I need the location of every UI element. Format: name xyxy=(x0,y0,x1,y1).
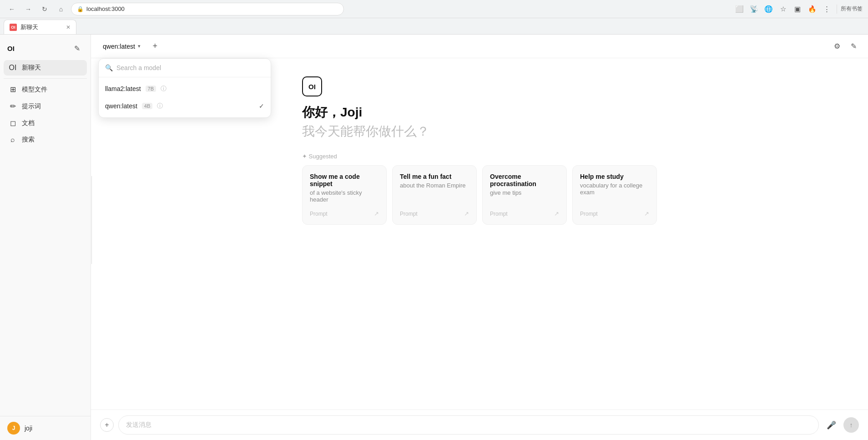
prompt-label-3: Prompt xyxy=(580,211,598,217)
info-icon-qwen[interactable]: ⓘ xyxy=(157,102,163,110)
search-icon: 🔍 xyxy=(105,64,113,71)
sidebar-header: OI ✎ xyxy=(0,35,91,58)
address-bar[interactable]: 🔒 localhost:3000 xyxy=(71,3,344,15)
model-item-size-qwen: 4B xyxy=(142,103,152,109)
model-list: llama2:latest 7B ⓘ qwen:latest 4B ⓘ ✓ xyxy=(99,77,271,117)
sidebar-item-search[interactable]: ⌕ 搜索 xyxy=(4,132,87,147)
sidebar-item-home[interactable]: OI 新聊天 xyxy=(4,60,87,76)
suggestion-subtitle-0: of a website's sticky header xyxy=(310,189,379,203)
cast-icon[interactable]: 📡 xyxy=(747,3,760,15)
arrow-icon-1: ↗ xyxy=(464,210,469,217)
suggestion-title-0: Show me a code snippet xyxy=(310,173,379,187)
browser-chrome: ← → ↻ ⌂ 🔒 localhost:3000 ⬜ 📡 🌐 ☆ ▣ 🔥 ⋮ 所… xyxy=(0,0,868,18)
model-selector-name: qwen:latest xyxy=(103,43,135,50)
forward-button[interactable]: → xyxy=(22,3,35,15)
app-container: OI ✎ OI 新聊天 ⊞ 模型文件 ✏ 提示词 ◻ 文档 ⌕ 搜索 xyxy=(0,35,868,440)
lock-icon: 🔒 xyxy=(77,6,84,12)
suggestion-card-0[interactable]: Show me a code snippet of a website's st… xyxy=(302,165,387,225)
model-item-name-qwen: qwen:latest xyxy=(105,102,137,110)
tab-title: 新聊天 xyxy=(20,23,38,31)
suggestion-subtitle-2: give me tips xyxy=(490,189,559,203)
sidebar-item-label-docs: 文档 xyxy=(22,119,35,127)
suggestion-card-1[interactable]: Tell me a fun fact about the Roman Empir… xyxy=(392,165,477,225)
suggestion-footer-1: Prompt ↗ xyxy=(400,210,469,217)
topbar-right: ⚙ ✎ xyxy=(830,39,861,54)
chevron-down-icon: ▾ xyxy=(138,43,141,49)
add-chat-button[interactable]: + xyxy=(149,40,161,53)
model-selector[interactable]: qwen:latest ▾ xyxy=(98,40,145,53)
input-add-button[interactable]: + xyxy=(100,418,114,432)
prompts-icon: ✏ xyxy=(8,102,17,111)
settings-button[interactable]: ⚙ xyxy=(830,39,844,54)
sidebar: OI ✎ OI 新聊天 ⊞ 模型文件 ✏ 提示词 ◻ 文档 ⌕ 搜索 xyxy=(0,35,91,440)
browser-tab-bar: OI 新聊天 ✕ xyxy=(0,18,868,35)
browser-right-icons: ⬜ 📡 🌐 ☆ ▣ 🔥 ⋮ 所有书签 xyxy=(733,3,863,15)
input-box[interactable]: 发送消息 xyxy=(118,415,819,435)
sidebar-item-label-home: 新聊天 xyxy=(22,64,41,72)
star-icon[interactable]: ☆ xyxy=(777,3,789,15)
sidebar-item-label-prompts: 提示词 xyxy=(22,102,41,111)
model-item-llama2[interactable]: llama2:latest 7B ⓘ xyxy=(99,80,271,97)
model-item-qwen[interactable]: qwen:latest 4B ⓘ ✓ xyxy=(99,97,271,115)
model-item-name-llama2: llama2:latest xyxy=(105,85,141,92)
flame-icon[interactable]: 🔥 xyxy=(806,3,818,15)
suggestion-title-2: Overcome procrastination xyxy=(490,173,559,187)
chat-logo-text: OI xyxy=(308,83,316,91)
more-icon[interactable]: ⋮ xyxy=(820,3,833,15)
suggestion-card-3[interactable]: Help me study vocabulary for a college e… xyxy=(572,165,657,225)
tab-favicon: OI xyxy=(10,24,17,31)
chat-subgreeting: 我今天能帮你做什么？ xyxy=(302,123,429,140)
sidebar-logo: OI xyxy=(7,45,15,52)
model-search-input[interactable] xyxy=(116,64,264,71)
tab-close-icon[interactable]: ✕ xyxy=(66,24,71,30)
input-placeholder: 发送消息 xyxy=(126,421,151,429)
input-send-button[interactable]: ↑ xyxy=(843,417,859,433)
sidebar-item-label-search: 搜索 xyxy=(22,136,35,144)
models-icon: ⊞ xyxy=(8,85,17,94)
input-mic-button[interactable]: 🎤 xyxy=(823,417,839,433)
chat-welcome: OI 你好，Joji 我今天能帮你做什么？ ✦ Suggested Show m… xyxy=(302,76,657,225)
sidebar-toggle-icon[interactable]: ▣ xyxy=(791,3,804,15)
sidebar-divider-1 xyxy=(4,78,87,79)
check-icon-qwen: ✓ xyxy=(259,102,264,110)
suggestion-footer-3: Prompt ↗ xyxy=(580,210,649,217)
browser-tab[interactable]: OI 新聊天 ✕ xyxy=(4,20,76,34)
suggestion-title-3: Help me study xyxy=(580,173,649,180)
sidebar-item-models[interactable]: ⊞ 模型文件 xyxy=(4,81,87,97)
suggestion-footer-0: Prompt ↗ xyxy=(310,210,379,217)
edit-button[interactable]: ✎ xyxy=(846,39,861,54)
sidebar-item-prompts[interactable]: ✏ 提示词 xyxy=(4,98,87,114)
sidebar-footer: J joji xyxy=(0,416,91,440)
arrow-icon-0: ↗ xyxy=(374,210,379,217)
avatar: J xyxy=(7,422,20,435)
suggested-grid: Show me a code snippet of a website's st… xyxy=(302,165,657,225)
bookmarks-label[interactable]: 所有书签 xyxy=(841,5,863,13)
suggestion-card-2[interactable]: Overcome procrastination give me tips Pr… xyxy=(482,165,567,225)
sidebar-item-label-models: 模型文件 xyxy=(22,86,47,94)
info-icon-llama2[interactable]: ⓘ xyxy=(161,85,167,93)
back-button[interactable]: ← xyxy=(5,3,18,15)
model-item-size-llama2: 7B xyxy=(146,86,156,92)
home-icon: OI xyxy=(8,64,17,72)
chat-logo: OI xyxy=(302,76,322,96)
sidebar-username: joji xyxy=(25,425,32,432)
extensions-icon[interactable]: ⬜ xyxy=(733,3,746,15)
suggestion-title-1: Tell me a fun fact xyxy=(400,173,469,180)
home-button[interactable]: ⌂ xyxy=(55,3,67,15)
input-area: + 发送消息 🎤 ↑ xyxy=(91,410,868,440)
tab-favicon-text: OI xyxy=(11,25,15,30)
docs-icon: ◻ xyxy=(8,119,17,127)
sidebar-nav: OI 新聊天 ⊞ 模型文件 ✏ 提示词 ◻ 文档 ⌕ 搜索 xyxy=(0,58,91,149)
sidebar-item-docs[interactable]: ◻ 文档 xyxy=(4,115,87,131)
avatar-initials: J xyxy=(12,425,15,431)
suggestion-footer-2: Prompt ↗ xyxy=(490,210,559,217)
new-chat-button[interactable]: ✎ xyxy=(71,42,83,55)
translate-icon[interactable]: 🌐 xyxy=(762,3,775,15)
prompt-label-0: Prompt xyxy=(310,211,328,217)
suggestion-subtitle-1: about the Roman Empire xyxy=(400,182,469,203)
reload-button[interactable]: ↻ xyxy=(38,3,51,15)
prompt-label-1: Prompt xyxy=(400,211,418,217)
arrow-icon-2: ↗ xyxy=(554,210,559,217)
search-icon: ⌕ xyxy=(8,136,17,144)
chat-greeting: 你好，Joji xyxy=(302,104,362,121)
